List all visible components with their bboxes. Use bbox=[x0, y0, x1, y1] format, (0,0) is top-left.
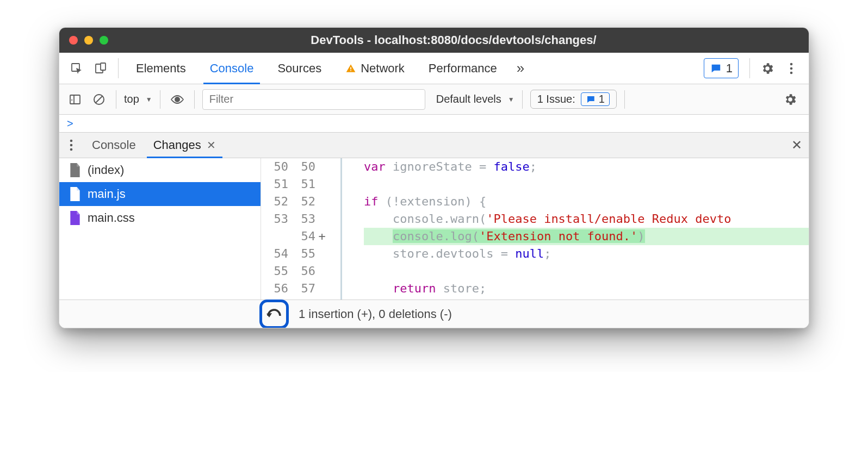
svg-point-7 bbox=[790, 71, 793, 74]
zoom-window-button[interactable] bbox=[100, 36, 108, 45]
tab-label: Changes bbox=[153, 138, 201, 152]
log-level-selector[interactable]: Default levels ▼ bbox=[436, 93, 514, 105]
diff-sign bbox=[315, 245, 328, 263]
devtools-window: DevTools - localhost:8080/docs/devtools/… bbox=[59, 27, 809, 328]
code-line: var ignoreState = false; bbox=[364, 158, 809, 176]
tab-network[interactable]: Network bbox=[333, 53, 417, 84]
issues-label: 1 Issue: bbox=[537, 93, 575, 105]
tab-elements[interactable]: Elements bbox=[124, 53, 198, 84]
message-icon bbox=[710, 63, 722, 74]
inspect-icon[interactable] bbox=[65, 53, 89, 84]
changes-statusbar: 1 insertion (+), 0 deletions (-) bbox=[59, 300, 809, 328]
console-prompt[interactable]: > bbox=[59, 115, 809, 132]
file-list: (index) main.js main.css bbox=[59, 158, 261, 300]
issues-count: 1 bbox=[726, 61, 733, 76]
tab-sources[interactable]: Sources bbox=[265, 53, 333, 84]
file-item-index[interactable]: (index) bbox=[59, 158, 261, 182]
file-item-maincss[interactable]: main.css bbox=[59, 206, 261, 230]
log-level-label: Default levels bbox=[436, 93, 501, 105]
code-line-added: console.log('Extension not found.') bbox=[364, 228, 809, 245]
svg-point-13 bbox=[70, 148, 73, 151]
tab-label: Performance bbox=[429, 61, 497, 76]
tab-label: Console bbox=[210, 61, 254, 76]
minimize-window-button[interactable] bbox=[84, 36, 93, 45]
new-lineno: 52 bbox=[288, 193, 315, 210]
new-lineno: 53 bbox=[288, 210, 315, 228]
revert-button[interactable] bbox=[259, 300, 289, 329]
tab-console[interactable]: Console bbox=[198, 53, 266, 84]
issues-pill[interactable]: 1 Issue: 1 bbox=[530, 90, 617, 109]
separator bbox=[624, 90, 625, 109]
title-bar: DevTools - localhost:8080/docs/devtools/… bbox=[59, 28, 809, 53]
svg-point-6 bbox=[790, 67, 793, 70]
code-line: console.warn('Please install/enable Redu… bbox=[364, 210, 809, 228]
svg-rect-4 bbox=[350, 70, 351, 71]
new-lineno: 56 bbox=[288, 263, 315, 280]
device-mode-icon[interactable] bbox=[89, 53, 113, 84]
code-view[interactable]: var ignoreState = false; if (!extension)… bbox=[342, 158, 809, 300]
message-icon bbox=[586, 95, 596, 104]
drawer-tab-bar: Console Changes ✕ ✕ bbox=[59, 132, 809, 158]
tab-label: Sources bbox=[277, 61, 321, 76]
console-toolbar: top ▼ Default levels ▼ 1 Issue: 1 bbox=[59, 84, 809, 115]
console-settings-icon[interactable] bbox=[778, 92, 802, 107]
drawer-tab-changes[interactable]: Changes ✕ bbox=[145, 133, 225, 158]
old-lineno: 50 bbox=[261, 158, 288, 176]
close-window-button[interactable] bbox=[69, 36, 78, 45]
separator bbox=[160, 90, 160, 109]
code-line: store.devtools = null; bbox=[364, 245, 809, 263]
file-name: main.css bbox=[88, 211, 135, 225]
window-title: DevTools - localhost:8080/docs/devtools/… bbox=[108, 33, 799, 47]
separator bbox=[118, 58, 119, 78]
issues-badge[interactable]: 1 bbox=[704, 58, 739, 78]
main-tab-bar: Elements Console Sources Network Perform… bbox=[59, 53, 809, 84]
svg-point-5 bbox=[790, 63, 793, 65]
file-item-mainjs[interactable]: main.js bbox=[59, 182, 261, 206]
diff-sign bbox=[315, 176, 328, 193]
live-expression-icon[interactable] bbox=[168, 90, 187, 109]
sidebar-toggle-icon[interactable] bbox=[66, 90, 84, 109]
separator bbox=[116, 90, 116, 109]
tab-performance[interactable]: Performance bbox=[417, 53, 509, 84]
drawer-more-icon[interactable] bbox=[59, 133, 83, 158]
old-lineno: 52 bbox=[261, 193, 288, 210]
separator bbox=[522, 90, 523, 109]
tab-more[interactable]: » bbox=[509, 53, 532, 84]
close-drawer-icon[interactable]: ✕ bbox=[785, 133, 809, 158]
clear-console-icon[interactable] bbox=[90, 90, 108, 109]
settings-icon[interactable] bbox=[755, 53, 779, 84]
old-lineno: 51 bbox=[261, 176, 288, 193]
chevron-down-icon: ▼ bbox=[146, 96, 152, 103]
tab-label: Console bbox=[92, 138, 136, 152]
filter-input[interactable] bbox=[202, 89, 425, 110]
chevron-down-icon: ▼ bbox=[508, 96, 514, 103]
svg-rect-3 bbox=[350, 67, 351, 69]
tab-label: Elements bbox=[136, 61, 186, 76]
old-lineno: 55 bbox=[261, 263, 288, 280]
new-lineno: 54 bbox=[288, 228, 315, 245]
file-icon bbox=[69, 163, 81, 177]
drawer-tab-console[interactable]: Console bbox=[83, 133, 145, 158]
file-icon bbox=[69, 211, 81, 225]
diff-sign: + bbox=[315, 228, 328, 245]
old-lineno: 56 bbox=[261, 280, 288, 297]
file-icon bbox=[69, 187, 81, 201]
new-lineno: 51 bbox=[288, 176, 315, 193]
separator bbox=[749, 58, 750, 78]
new-lineno: 50 bbox=[288, 158, 315, 176]
close-tab-icon[interactable]: ✕ bbox=[207, 139, 216, 152]
file-name: (index) bbox=[88, 163, 124, 177]
context-selector[interactable]: top ▼ bbox=[124, 93, 152, 105]
warning-icon bbox=[345, 63, 356, 74]
diff-sign bbox=[315, 158, 328, 176]
code-line: if (!extension) { bbox=[364, 193, 809, 210]
changes-panel: (index) main.js main.css 5050 5151 5252 … bbox=[59, 158, 809, 300]
undo-icon bbox=[266, 308, 282, 320]
svg-point-11 bbox=[70, 140, 73, 142]
svg-point-10 bbox=[175, 97, 180, 102]
diff-sign bbox=[315, 210, 328, 228]
context-label: top bbox=[124, 93, 139, 105]
more-menu-icon[interactable] bbox=[779, 53, 803, 84]
svg-rect-2 bbox=[101, 63, 106, 70]
issues-pill-count: 1 bbox=[599, 93, 605, 105]
